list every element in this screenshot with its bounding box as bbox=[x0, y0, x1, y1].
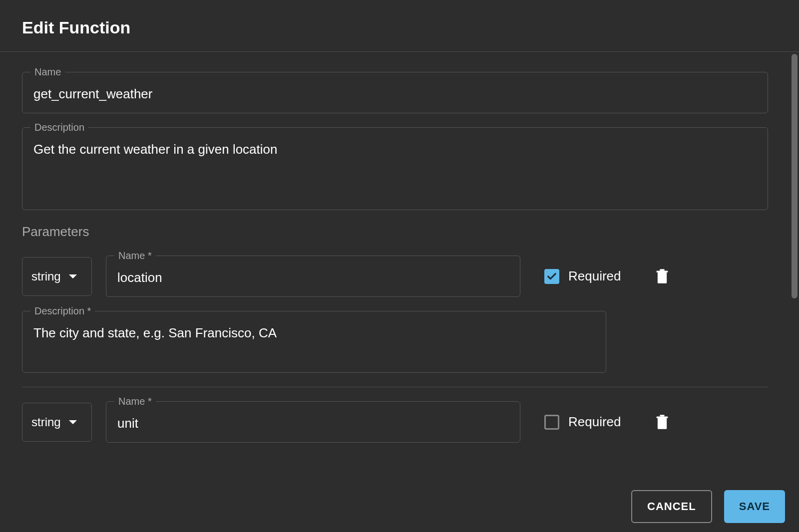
cancel-button[interactable]: CANCEL bbox=[631, 490, 712, 523]
param-name-label: Name * bbox=[114, 396, 156, 407]
dialog-header: Edit Function bbox=[0, 0, 799, 52]
param-description-field: Description * bbox=[22, 311, 606, 373]
param-type-value: string bbox=[31, 269, 61, 283]
required-wrap: Required bbox=[544, 414, 621, 430]
scrollbar[interactable] bbox=[790, 52, 799, 483]
function-name-field: Name bbox=[22, 72, 768, 113]
dialog-content: Name Description Parameters string Name … bbox=[0, 52, 790, 483]
svg-rect-2 bbox=[660, 269, 664, 270]
name-label: Name bbox=[30, 66, 65, 78]
required-wrap: Required bbox=[544, 268, 621, 284]
function-description-field: Description bbox=[22, 127, 768, 210]
param-type-select[interactable]: string bbox=[22, 257, 92, 296]
dialog-footer: CANCEL SAVE bbox=[0, 483, 799, 532]
caret-down-icon bbox=[69, 420, 77, 424]
svg-rect-3 bbox=[657, 418, 666, 429]
check-icon bbox=[546, 271, 557, 282]
save-button[interactable]: SAVE bbox=[724, 490, 785, 523]
required-checkbox[interactable] bbox=[544, 415, 559, 430]
param-name-input[interactable] bbox=[117, 416, 509, 431]
content-wrapper: Name Description Parameters string Name … bbox=[0, 52, 799, 483]
param-type-select[interactable]: string bbox=[22, 403, 92, 442]
scrollbar-thumb[interactable] bbox=[792, 54, 798, 298]
param-desc-label: Description * bbox=[30, 305, 95, 317]
param-name-field: Name * bbox=[106, 401, 520, 443]
caret-down-icon bbox=[69, 274, 77, 278]
required-label: Required bbox=[568, 268, 621, 284]
param-name-input[interactable] bbox=[117, 270, 509, 285]
param-name-field: Name * bbox=[106, 256, 520, 297]
parameter-block: string Name * Required bbox=[22, 401, 768, 471]
param-type-value: string bbox=[31, 415, 61, 429]
param-name-label: Name * bbox=[114, 250, 156, 262]
function-description-input[interactable] bbox=[33, 142, 757, 197]
param-description-input[interactable] bbox=[33, 325, 595, 359]
svg-rect-0 bbox=[657, 272, 666, 283]
description-label: Description bbox=[30, 122, 88, 133]
dialog-title: Edit Function bbox=[22, 18, 777, 37]
svg-rect-1 bbox=[656, 270, 668, 272]
parameter-row: string Name * Required bbox=[22, 256, 768, 297]
trash-icon[interactable] bbox=[655, 414, 669, 430]
parameter-block: string Name * Required bbox=[22, 256, 768, 387]
required-label: Required bbox=[568, 414, 621, 430]
trash-icon[interactable] bbox=[655, 268, 669, 284]
function-name-input[interactable] bbox=[33, 86, 757, 102]
svg-rect-4 bbox=[656, 416, 668, 418]
required-checkbox[interactable] bbox=[544, 269, 559, 284]
parameter-row: string Name * Required bbox=[22, 401, 768, 443]
svg-rect-5 bbox=[660, 415, 664, 416]
parameters-section-title: Parameters bbox=[22, 224, 768, 240]
